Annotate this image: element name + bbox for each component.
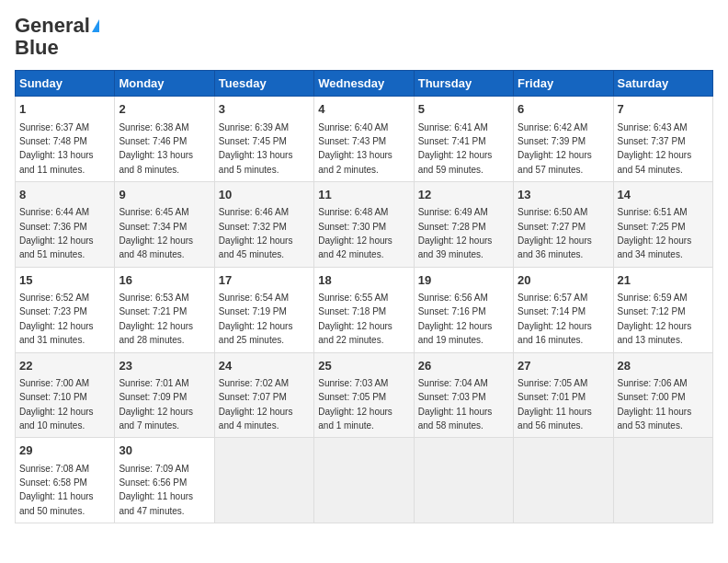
day-number: 19 xyxy=(418,272,509,289)
day-of-week-header: Wednesday xyxy=(314,71,414,97)
day-number: 11 xyxy=(318,187,409,203)
day-info: Sunrise: 7:00 AMSunset: 7:10 PMDaylight:… xyxy=(19,378,94,431)
calendar-cell: 18 Sunrise: 6:55 AMSunset: 7:18 PMDaylig… xyxy=(314,267,414,352)
day-info: Sunrise: 6:59 AMSunset: 7:12 PMDaylight:… xyxy=(618,293,692,345)
calendar-cell: 29 Sunrise: 7:08 AMSunset: 6:58 PMDaylig… xyxy=(16,438,115,523)
page-header: General Blue xyxy=(15,15,713,59)
day-info: Sunrise: 7:06 AMSunset: 7:00 PMDaylight:… xyxy=(618,378,692,431)
day-number: 5 xyxy=(418,101,509,118)
day-number: 24 xyxy=(219,358,310,374)
day-info: Sunrise: 6:40 AMSunset: 7:43 PMDaylight:… xyxy=(318,122,392,175)
logo: General Blue xyxy=(15,15,99,59)
calendar-week-row: 1 Sunrise: 6:37 AMSunset: 7:48 PMDayligh… xyxy=(16,97,713,182)
day-info: Sunrise: 7:02 AMSunset: 7:07 PMDaylight:… xyxy=(219,378,293,431)
logo-blue: Blue xyxy=(15,37,59,59)
calendar-cell: 2 Sunrise: 6:38 AMSunset: 7:46 PMDayligh… xyxy=(115,97,214,182)
day-number: 3 xyxy=(219,101,310,118)
day-number: 1 xyxy=(19,101,110,118)
day-number: 14 xyxy=(618,187,709,203)
calendar-cell: 12 Sunrise: 6:49 AMSunset: 7:28 PMDaylig… xyxy=(414,182,513,268)
calendar-cell: 20 Sunrise: 6:57 AMSunset: 7:14 PMDaylig… xyxy=(514,267,613,352)
calendar-week-row: 22 Sunrise: 7:00 AMSunset: 7:10 PMDaylig… xyxy=(16,352,713,438)
day-number: 10 xyxy=(219,187,310,203)
calendar-cell: 28 Sunrise: 7:06 AMSunset: 7:00 PMDaylig… xyxy=(613,352,712,438)
day-number: 27 xyxy=(518,358,609,374)
day-info: Sunrise: 6:52 AMSunset: 7:23 PMDaylight:… xyxy=(19,293,94,345)
calendar-week-row: 29 Sunrise: 7:08 AMSunset: 6:58 PMDaylig… xyxy=(16,438,713,523)
day-number: 20 xyxy=(518,272,609,289)
day-info: Sunrise: 6:57 AMSunset: 7:14 PMDaylight:… xyxy=(518,293,592,345)
calendar-cell: 8 Sunrise: 6:44 AMSunset: 7:36 PMDayligh… xyxy=(16,182,115,268)
day-info: Sunrise: 6:55 AMSunset: 7:18 PMDaylight:… xyxy=(318,293,392,345)
calendar-cell: 10 Sunrise: 6:46 AMSunset: 7:32 PMDaylig… xyxy=(214,182,313,268)
day-of-week-header: Tuesday xyxy=(214,71,313,97)
day-number: 29 xyxy=(19,442,110,459)
day-info: Sunrise: 7:08 AMSunset: 6:58 PMDaylight:… xyxy=(19,464,94,516)
calendar-cell: 27 Sunrise: 7:05 AMSunset: 7:01 PMDaylig… xyxy=(514,352,613,438)
calendar-cell: 1 Sunrise: 6:37 AMSunset: 7:48 PMDayligh… xyxy=(16,97,115,182)
calendar-cell xyxy=(414,438,513,523)
calendar-cell: 23 Sunrise: 7:01 AMSunset: 7:09 PMDaylig… xyxy=(115,352,214,438)
calendar-cell: 19 Sunrise: 6:56 AMSunset: 7:16 PMDaylig… xyxy=(414,267,513,352)
calendar-cell: 22 Sunrise: 7:00 AMSunset: 7:10 PMDaylig… xyxy=(16,352,115,438)
day-info: Sunrise: 7:01 AMSunset: 7:09 PMDaylight:… xyxy=(119,378,193,431)
day-info: Sunrise: 7:05 AMSunset: 7:01 PMDaylight:… xyxy=(518,378,592,431)
day-number: 6 xyxy=(518,101,609,118)
calendar-cell: 13 Sunrise: 6:50 AMSunset: 7:27 PMDaylig… xyxy=(514,182,613,268)
calendar-cell: 16 Sunrise: 6:53 AMSunset: 7:21 PMDaylig… xyxy=(115,267,214,352)
calendar-cell: 15 Sunrise: 6:52 AMSunset: 7:23 PMDaylig… xyxy=(16,267,115,352)
calendar-week-row: 15 Sunrise: 6:52 AMSunset: 7:23 PMDaylig… xyxy=(16,267,713,352)
calendar-body: 1 Sunrise: 6:37 AMSunset: 7:48 PMDayligh… xyxy=(16,97,713,523)
day-info: Sunrise: 6:51 AMSunset: 7:25 PMDaylight:… xyxy=(618,207,692,259)
day-info: Sunrise: 6:38 AMSunset: 7:46 PMDaylight:… xyxy=(119,122,193,175)
calendar-cell xyxy=(514,438,613,523)
day-info: Sunrise: 6:45 AMSunset: 7:34 PMDaylight:… xyxy=(119,207,193,259)
day-info: Sunrise: 6:41 AMSunset: 7:41 PMDaylight:… xyxy=(418,122,493,175)
day-info: Sunrise: 7:04 AMSunset: 7:03 PMDaylight:… xyxy=(418,378,493,431)
calendar-cell: 11 Sunrise: 6:48 AMSunset: 7:30 PMDaylig… xyxy=(314,182,414,268)
calendar-week-row: 8 Sunrise: 6:44 AMSunset: 7:36 PMDayligh… xyxy=(16,182,713,268)
day-info: Sunrise: 6:48 AMSunset: 7:30 PMDaylight:… xyxy=(318,207,392,259)
day-number: 2 xyxy=(119,101,210,118)
calendar-cell: 17 Sunrise: 6:54 AMSunset: 7:19 PMDaylig… xyxy=(214,267,313,352)
day-number: 15 xyxy=(19,272,110,289)
day-info: Sunrise: 6:43 AMSunset: 7:37 PMDaylight:… xyxy=(618,122,692,175)
day-number: 4 xyxy=(318,101,409,118)
calendar-cell xyxy=(314,438,414,523)
day-info: Sunrise: 6:44 AMSunset: 7:36 PMDaylight:… xyxy=(19,207,94,259)
logo-arrow-icon xyxy=(92,19,99,32)
day-info: Sunrise: 7:09 AMSunset: 6:56 PMDaylight:… xyxy=(119,464,193,516)
day-number: 21 xyxy=(618,272,709,289)
day-number: 8 xyxy=(19,187,110,203)
day-number: 30 xyxy=(119,442,210,459)
day-info: Sunrise: 6:39 AMSunset: 7:45 PMDaylight:… xyxy=(219,122,293,175)
calendar-cell: 26 Sunrise: 7:04 AMSunset: 7:03 PMDaylig… xyxy=(414,352,513,438)
day-of-week-header: Friday xyxy=(514,71,613,97)
calendar-cell: 21 Sunrise: 6:59 AMSunset: 7:12 PMDaylig… xyxy=(613,267,712,352)
day-info: Sunrise: 7:03 AMSunset: 7:05 PMDaylight:… xyxy=(318,378,392,431)
calendar-cell: 3 Sunrise: 6:39 AMSunset: 7:45 PMDayligh… xyxy=(214,97,313,182)
day-of-week-header: Thursday xyxy=(414,71,513,97)
calendar-cell: 9 Sunrise: 6:45 AMSunset: 7:34 PMDayligh… xyxy=(115,182,214,268)
calendar-table: SundayMondayTuesdayWednesdayThursdayFrid… xyxy=(15,70,713,523)
day-number: 25 xyxy=(318,358,409,374)
day-info: Sunrise: 6:50 AMSunset: 7:27 PMDaylight:… xyxy=(518,207,592,259)
day-info: Sunrise: 6:37 AMSunset: 7:48 PMDaylight:… xyxy=(19,122,94,175)
logo-general: General xyxy=(15,15,90,37)
day-number: 22 xyxy=(19,358,110,374)
calendar-cell xyxy=(613,438,712,523)
calendar-cell: 25 Sunrise: 7:03 AMSunset: 7:05 PMDaylig… xyxy=(314,352,414,438)
day-number: 23 xyxy=(119,358,210,374)
calendar-cell: 4 Sunrise: 6:40 AMSunset: 7:43 PMDayligh… xyxy=(314,97,414,182)
day-info: Sunrise: 6:54 AMSunset: 7:19 PMDaylight:… xyxy=(219,293,293,345)
calendar-cell: 6 Sunrise: 6:42 AMSunset: 7:39 PMDayligh… xyxy=(514,97,613,182)
day-number: 9 xyxy=(119,187,210,203)
day-number: 26 xyxy=(418,358,509,374)
calendar-cell: 7 Sunrise: 6:43 AMSunset: 7:37 PMDayligh… xyxy=(613,97,712,182)
day-number: 16 xyxy=(119,272,210,289)
day-number: 12 xyxy=(418,187,509,203)
day-info: Sunrise: 6:42 AMSunset: 7:39 PMDaylight:… xyxy=(518,122,592,175)
day-info: Sunrise: 6:56 AMSunset: 7:16 PMDaylight:… xyxy=(418,293,493,345)
calendar-cell: 30 Sunrise: 7:09 AMSunset: 6:56 PMDaylig… xyxy=(115,438,214,523)
day-info: Sunrise: 6:53 AMSunset: 7:21 PMDaylight:… xyxy=(119,293,193,345)
